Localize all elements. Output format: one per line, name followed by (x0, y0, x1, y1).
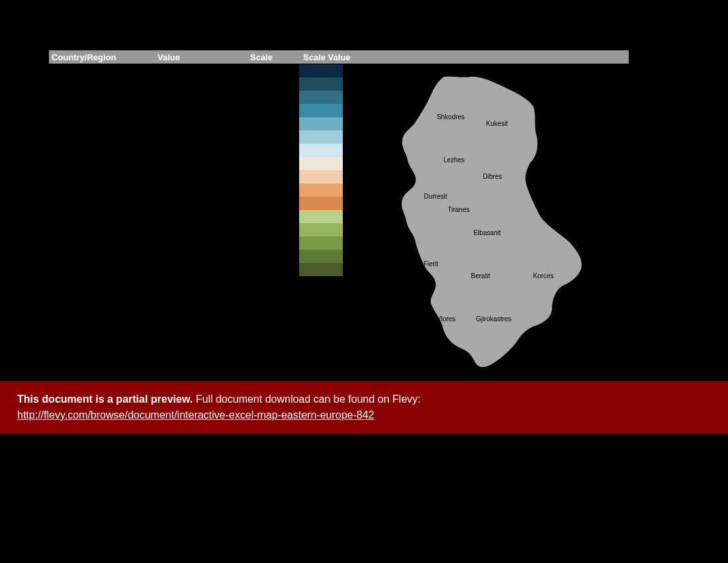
banner-bold-text: This document is a partial preview. (17, 393, 193, 405)
scale-swatch (299, 157, 343, 170)
scale-swatch (299, 170, 343, 183)
scale-swatch (299, 250, 343, 263)
country-shape (402, 76, 582, 367)
preview-banner: This document is a partial preview. Full… (0, 381, 728, 434)
scale-swatch (299, 104, 343, 117)
scale-swatch (299, 183, 343, 197)
scale-swatch (299, 77, 343, 91)
banner-rest-text: Full document download can be found on F… (193, 393, 420, 405)
color-scale (299, 64, 343, 276)
table-header: Country/Region Value Scale Scale Value (49, 50, 629, 64)
scale-swatch (299, 263, 343, 276)
scale-swatch (299, 223, 343, 236)
header-value: Value (155, 52, 248, 62)
banner-link[interactable]: http://flevy.com/browse/document/interac… (17, 407, 375, 423)
albania-map: ShkodresKukesitLezhesDibresDurresitTiran… (388, 70, 586, 375)
scale-swatch (299, 236, 343, 250)
scale-swatch (299, 144, 343, 157)
scale-swatch (299, 117, 343, 130)
map-svg (388, 70, 586, 375)
scale-swatch (299, 210, 343, 223)
header-scale: Scale (248, 52, 300, 62)
scale-swatch (299, 64, 343, 77)
header-country: Country/Region (49, 52, 155, 62)
header-scale-value: Scale Value (300, 52, 433, 62)
scale-swatch (299, 197, 343, 210)
scale-swatch (299, 91, 343, 104)
scale-swatch (299, 130, 343, 144)
